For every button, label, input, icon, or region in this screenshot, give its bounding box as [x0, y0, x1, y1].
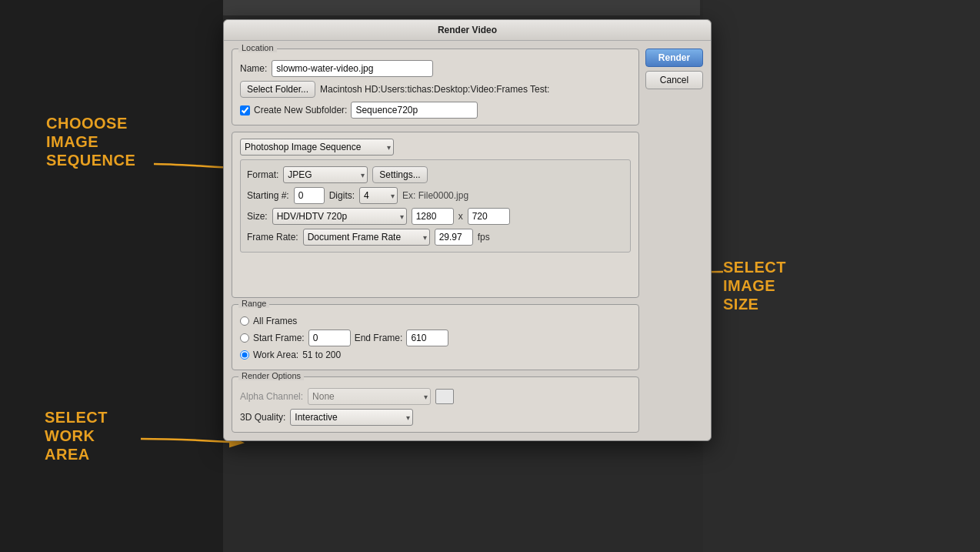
name-input[interactable]: [272, 60, 433, 77]
work-area-row: Work Area: 51 to 200: [240, 350, 631, 360]
format-wrapper: JPEG PNG TIFF: [283, 166, 368, 183]
folder-path: Macintosh HD:Users:tichas:Desktop:Video:…: [320, 84, 549, 95]
fps-value-input[interactable]: [435, 229, 473, 246]
dialog-titlebar: Render Video: [224, 20, 711, 41]
create-subfolder-checkbox[interactable]: [240, 105, 250, 115]
render-button[interactable]: Render: [645, 49, 703, 67]
alpha-channel-label: Alpha Channel:: [240, 391, 303, 402]
alpha-channel-row: Alpha Channel: None Straight Premultipli…: [240, 388, 631, 405]
image-sequence-section: Photoshop Image Sequence Adobe Media Enc…: [232, 132, 639, 298]
format-row: Format: JPEG PNG TIFF Settings...: [247, 166, 624, 183]
left-panel: [0, 0, 223, 552]
starting-label: Starting #:: [247, 190, 289, 201]
end-frame-label: End Frame:: [355, 333, 403, 343]
fps-label: fps: [478, 232, 490, 243]
work-area-label: Work Area:: [253, 350, 298, 360]
starting-row: Starting #: Digits: 1 2 3 4 5 6 7: [247, 187, 624, 204]
digits-wrapper: 1 2 3 4 5 6 7: [359, 187, 398, 204]
digits-label: Digits:: [329, 190, 355, 201]
size-dropdown[interactable]: HDV/HDTV 720p NTSC DV PAL DV Custom: [272, 208, 407, 225]
quality-row: 3D Quality: Interactive Draft Final: [240, 409, 631, 426]
annotation-select-work-area: SELECTWORKAREA: [45, 408, 108, 463]
location-section: Location Name: Select Folder... Macintos…: [232, 49, 639, 125]
start-end-row: Start Frame: End Frame:: [240, 330, 631, 346]
work-area-radio[interactable]: [240, 350, 249, 360]
width-input[interactable]: [412, 208, 454, 225]
range-section: Range All Frames Start Frame: End Frame:…: [232, 304, 639, 370]
select-folder-button[interactable]: Select Folder...: [240, 81, 315, 98]
start-frame-input[interactable]: [308, 330, 351, 346]
alpha-channel-dropdown[interactable]: None Straight Premultiplied: [308, 388, 431, 405]
frame-rate-wrapper: Document Frame Rate 24 25 29.97 30: [303, 229, 430, 246]
work-area-value: 51 to 200: [302, 350, 341, 360]
render-options-section: Render Options Alpha Channel: None Strai…: [232, 376, 639, 433]
frame-rate-dropdown[interactable]: Document Frame Rate 24 25 29.97 30: [303, 229, 430, 246]
folder-row: Select Folder... Macintosh HD:Users:tich…: [240, 81, 631, 98]
start-frame-label: Start Frame:: [253, 333, 305, 343]
seq-type-row: Photoshop Image Sequence Adobe Media Enc…: [240, 139, 631, 156]
all-frames-radio[interactable]: [240, 316, 249, 326]
ex-text: Ex: File0000.jpg: [402, 190, 468, 201]
size-row: Size: HDV/HDTV 720p NTSC DV PAL DV Custo…: [247, 208, 624, 225]
seq-type-wrapper: Photoshop Image Sequence Adobe Media Enc…: [240, 139, 394, 156]
height-input[interactable]: [468, 208, 510, 225]
dialog-title: Render Video: [438, 25, 497, 35]
format-dropdown[interactable]: JPEG PNG TIFF: [283, 166, 368, 183]
annotation-choose-image-seq: CHOOOSEIMAGESEQUENCE: [46, 114, 135, 169]
x-label: x: [458, 211, 463, 222]
name-label: Name:: [240, 63, 267, 74]
quality-wrapper: Interactive Draft Final: [290, 409, 413, 426]
subfolder-input[interactable]: [351, 102, 478, 119]
dialog-buttons: Render Cancel: [645, 49, 703, 433]
alpha-channel-wrapper: None Straight Premultiplied: [308, 388, 431, 405]
name-row: Name:: [240, 60, 631, 77]
all-frames-label: All Frames: [253, 316, 297, 326]
annotation-select-image-size: SELECTIMAGESIZE: [723, 258, 786, 313]
seq-type-dropdown[interactable]: Photoshop Image Sequence Adobe Media Enc…: [240, 139, 394, 156]
create-subfolder-label: Create New Subfolder:: [254, 105, 347, 115]
end-frame-input[interactable]: [406, 330, 448, 346]
location-label: Location: [238, 43, 277, 52]
settings-button[interactable]: Settings...: [372, 166, 427, 183]
quality-dropdown[interactable]: Interactive Draft Final: [290, 409, 413, 426]
cancel-button[interactable]: Cancel: [645, 71, 703, 89]
start-frame-radio[interactable]: [240, 333, 249, 343]
frame-rate-row: Frame Rate: Document Frame Rate 24 25 29…: [247, 229, 624, 246]
render-options-label: Render Options: [238, 371, 304, 380]
range-label: Range: [238, 299, 269, 308]
starting-input[interactable]: [294, 187, 325, 204]
subfolder-row: Create New Subfolder:: [240, 102, 631, 119]
all-frames-row: All Frames: [240, 316, 631, 326]
digits-dropdown[interactable]: 1 2 3 4 5 6 7: [359, 187, 398, 204]
center-top-bar: [223, 0, 700, 15]
alpha-color-swatch[interactable]: [435, 389, 454, 404]
seq-settings-inner: Format: JPEG PNG TIFF Settings... Star: [240, 159, 631, 253]
quality-label: 3D Quality:: [240, 412, 285, 423]
frame-rate-label: Frame Rate:: [247, 232, 298, 243]
render-video-dialog: Render Video Location Name: Select Folde…: [223, 19, 712, 441]
size-wrapper: HDV/HDTV 720p NTSC DV PAL DV Custom: [272, 208, 407, 225]
size-label: Size:: [247, 211, 268, 222]
format-label: Format:: [247, 169, 278, 180]
